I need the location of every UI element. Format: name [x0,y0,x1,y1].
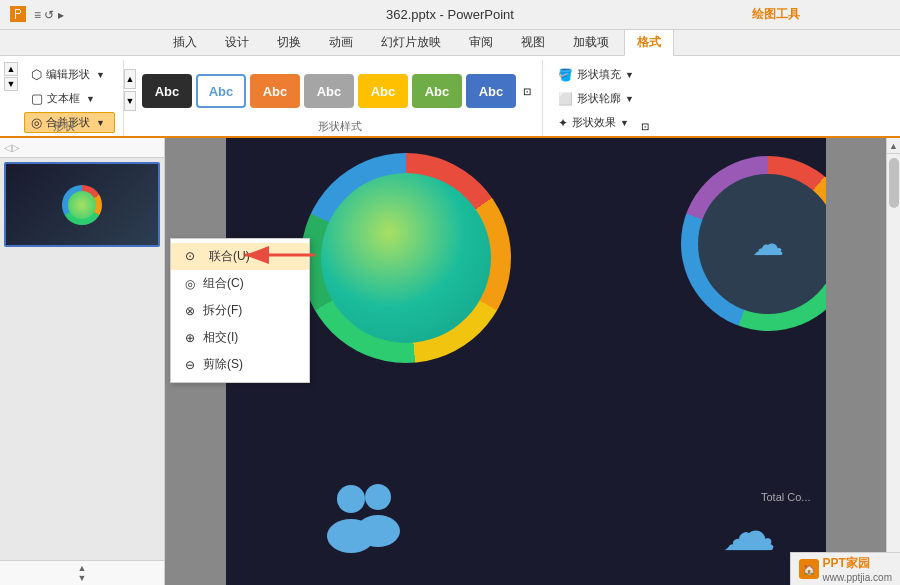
combine-menu-icon: ◎ [185,277,195,291]
subtract-icon: ⊖ [185,358,195,372]
quick-access[interactable]: ≡ ↺ ▸ [34,8,64,22]
textbox-button[interactable]: ▢ 文本框 ▼ [24,88,115,109]
vertical-scrollbar[interactable]: ▲ ▼ [886,138,900,585]
watermark: 🏠 PPT家园 www.pptjia.com [790,552,900,585]
dropdown-arrow-text: ▼ [86,94,95,104]
union-icon: ⊙ [185,249,201,265]
panel-scroll-up[interactable]: ▲ [78,563,87,573]
svg-point-2 [337,485,365,513]
app-icon: 🅿 [10,6,26,24]
title-bar-left: 🅿 ≡ ↺ ▸ [10,6,64,24]
tab-insert[interactable]: 插入 [160,29,210,55]
window-title: 362.pptx - PowerPoint [386,7,514,22]
shape-fill-button[interactable]: 🪣 形状填充 ▼ [551,64,645,85]
watermark-url: www.pptjia.com [823,572,892,583]
expand-styles[interactable]: ⊡ [520,84,534,98]
svg-point-3 [327,519,375,553]
edit-shape-icon: ⬡ [31,67,42,82]
expand-section-btn[interactable]: ⊡ [641,121,649,132]
tab-view[interactable]: 视图 [508,29,558,55]
shape-style-orange[interactable]: Abc [250,74,300,108]
outline-dropdown: ▼ [625,94,634,104]
edit-shape-button[interactable]: ⬡ 编辑形状 ▼ [24,64,115,85]
effect-icon: ✦ [558,116,568,130]
scroll-up[interactable]: ▲ [4,62,18,76]
panel-top: ◁▷ [0,138,164,158]
textbox-icon: ▢ [31,91,43,106]
scroll-up-btn[interactable]: ▲ [887,138,901,154]
menu-item-combine[interactable]: ◎ 组合(C) [171,270,309,297]
slide-thumbnail[interactable] [4,162,160,247]
red-arrow-annotation [235,240,325,273]
outline-icon: ⬜ [558,92,573,106]
shape-style-blue-outline[interactable]: Abc [196,74,246,108]
menu-item-subtract[interactable]: ⊖ 剪除(S) [171,351,309,378]
effect-dropdown: ▼ [620,118,629,128]
left-panel: ◁▷ ▲ ▼ [0,138,165,585]
ribbon: ▲ ▼ ⬡ 编辑形状 ▼ ▢ 文本框 ▼ ◎ 合并形状 ▼ 形状 ▲ ▼ [0,56,900,138]
scroll-down[interactable]: ▼ [4,77,18,91]
shape-style-yellow[interactable]: Abc [358,74,408,108]
menu-item-fragment[interactable]: ⊗ 拆分(F) [171,297,309,324]
shape-style-green[interactable]: Abc [412,74,462,108]
fill-dropdown: ▼ [625,70,634,80]
title-bar: 🅿 ≡ ↺ ▸ 362.pptx - PowerPoint 绘图工具 [0,0,900,30]
people-icon [316,479,411,557]
shape-effect-button[interactable]: ✦ 形状效果 ▼ [551,112,645,133]
style-scroll-down[interactable]: ▼ [124,91,136,111]
tab-slideshow[interactable]: 幻灯片放映 [368,29,454,55]
watermark-icon: 🏠 [799,559,819,579]
tab-animation[interactable]: 动画 [316,29,366,55]
shape-style-black[interactable]: Abc [142,74,192,108]
cloud-bottom-icon: ☁ [722,500,776,563]
tab-format[interactable]: 格式 [624,29,674,56]
scroll-thumb[interactable] [889,158,899,208]
dropdown-arrow-combine: ▼ [96,118,105,128]
fragment-icon: ⊗ [185,304,195,318]
tab-design[interactable]: 设计 [212,29,262,55]
style-scroll-up[interactable]: ▲ [124,69,136,89]
dropdown-arrow-edit: ▼ [96,70,105,80]
watermark-site: PPT家园 [823,555,892,572]
drawing-tools-label: 绘图工具 [752,6,800,23]
tab-transition[interactable]: 切换 [264,29,314,55]
panel-scroll-down[interactable]: ▼ [78,573,87,583]
combine-icon: ◎ [31,115,42,130]
shape-section-label: 形状 [53,119,75,134]
shape-style-gray[interactable]: Abc [304,74,354,108]
menu-item-intersect[interactable]: ⊕ 相交(I) [171,324,309,351]
shape-styles-label: 形状样式 [318,119,362,134]
tab-review[interactable]: 审阅 [456,29,506,55]
fill-icon: 🪣 [558,68,573,82]
tab-addins[interactable]: 加载项 [560,29,622,55]
ribbon-tabs: 插入 设计 切换 动画 幻灯片放映 审阅 视图 加载项 格式 [0,30,900,56]
shape-outline-button[interactable]: ⬜ 形状轮廓 ▼ [551,88,645,109]
svg-point-0 [365,484,391,510]
intersect-icon: ⊕ [185,331,195,345]
shape-style-blue[interactable]: Abc [466,74,516,108]
main-area: ◁▷ ▲ ▼ [0,138,900,585]
slide-canvas: ☁ Total Co... ☁ [226,138,826,585]
